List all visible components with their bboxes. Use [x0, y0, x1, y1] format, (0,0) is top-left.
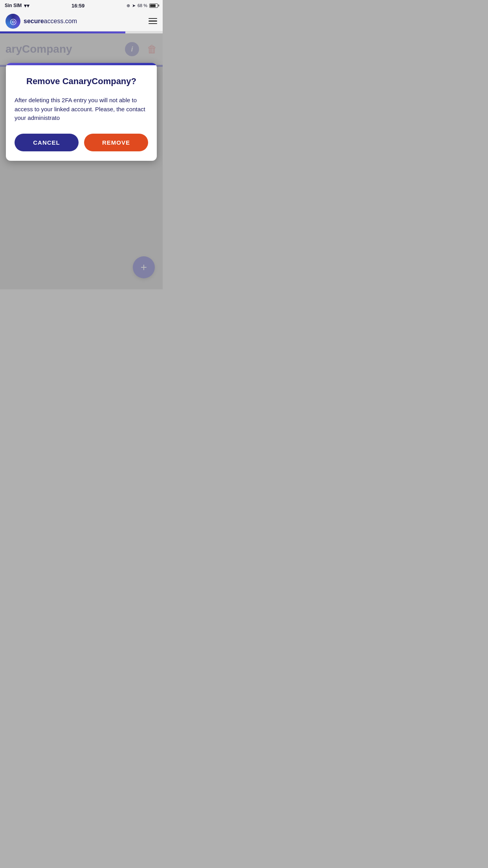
logo-text: secureaccess.com [24, 18, 77, 25]
carrier-label: Sin SIM [5, 3, 22, 8]
confirm-dialog: Remove CanaryCompany? After deleting thi… [6, 63, 157, 161]
location-icon: ➤ [132, 3, 136, 8]
time-label: 16:59 [72, 3, 84, 9]
fingerprint-icon: ◎ [10, 17, 17, 25]
remove-button[interactable]: REMOVE [84, 134, 148, 151]
logo-area: ◎ secureaccess.com [6, 14, 77, 29]
dialog-message: After deleting this 2FA entry you will n… [15, 96, 148, 123]
app-header: ◎ secureaccess.com [0, 11, 163, 31]
app-logo: ◎ [6, 14, 20, 29]
dialog-buttons: CANCEL REMOVE [15, 134, 148, 151]
wifi-icon: ▾▾ [24, 3, 29, 9]
cancel-button[interactable]: CANCEL [15, 134, 79, 151]
battery-icon [149, 4, 158, 8]
lock-icon: ⊕ [127, 3, 130, 8]
dialog-body: Remove CanaryCompany? After deleting thi… [6, 65, 157, 161]
status-bar: Sin SIM ▾▾ 16:59 ⊕ ➤ 68 % [0, 0, 163, 11]
status-left: Sin SIM ▾▾ [5, 3, 29, 9]
battery-label: 68 % [138, 3, 147, 8]
dialog-title: Remove CanaryCompany? [15, 76, 148, 86]
status-right: ⊕ ➤ 68 % [127, 3, 158, 8]
hamburger-menu-button[interactable] [149, 18, 157, 24]
